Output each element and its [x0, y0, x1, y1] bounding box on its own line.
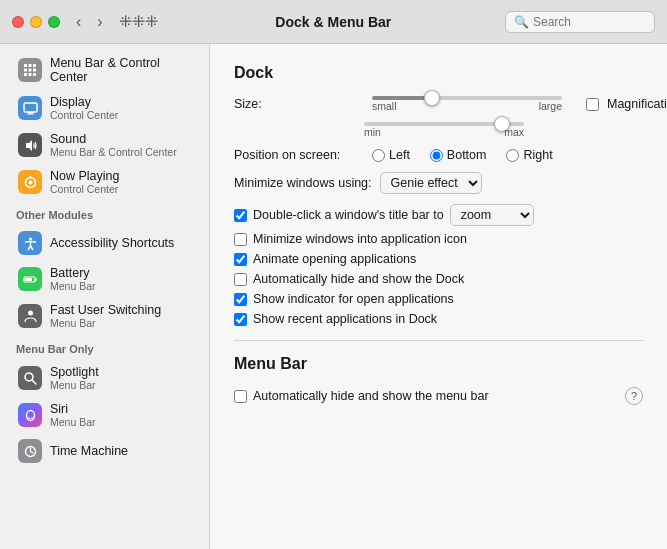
svg-rect-19 — [25, 278, 32, 281]
display-icon — [18, 96, 42, 120]
magnification-label: Magnification: — [607, 97, 667, 111]
sidebar-item-menu-bar-control-center[interactable]: Menu Bar & Control Center — [6, 51, 203, 89]
position-left-label: Left — [389, 148, 410, 162]
minimize-button[interactable] — [30, 16, 42, 28]
panel: Dock Size: small large Magnification: — [210, 44, 667, 549]
sidebar-item-sound[interactable]: Sound Menu Bar & Control Center — [6, 127, 203, 163]
animate-open-checkbox[interactable] — [234, 253, 247, 266]
double-click-row: Double-click a window's title bar to zoo… — [234, 204, 643, 226]
position-right-radio[interactable] — [506, 149, 519, 162]
close-button[interactable] — [12, 16, 24, 28]
sidebar-item-title: Now Playing — [50, 169, 119, 183]
svg-point-16 — [29, 237, 32, 240]
sidebar-item-text: Menu Bar & Control Center — [50, 56, 191, 84]
search-input[interactable] — [533, 15, 646, 29]
sidebar-item-title: Battery — [50, 266, 96, 280]
time-machine-icon — [18, 439, 42, 463]
other-modules-label: Other Modules — [0, 201, 209, 225]
sidebar-item-title: Siri — [50, 402, 96, 416]
svg-rect-6 — [24, 73, 27, 76]
magnification-checkbox[interactable] — [586, 98, 599, 111]
sidebar-item-now-playing[interactable]: Now Playing Control Center — [6, 164, 203, 200]
minimize-to-icon-row: Minimize windows into application icon — [234, 232, 643, 246]
mag-min-label: min — [364, 126, 381, 138]
svg-rect-18 — [35, 278, 37, 280]
search-box[interactable]: 🔍 — [505, 11, 655, 33]
minimize-to-icon-label: Minimize windows into application icon — [253, 232, 467, 246]
double-click-label: Double-click a window's title bar to — [253, 208, 444, 222]
size-large-label: large — [539, 100, 562, 112]
sidebar-item-title: Sound — [50, 132, 177, 146]
svg-rect-1 — [29, 64, 32, 67]
main-content: Menu Bar & Control Center Display Contro… — [0, 44, 667, 549]
minimize-effect-select[interactable]: Genie effect Scale effect — [380, 172, 482, 194]
position-left-option[interactable]: Left — [372, 148, 410, 162]
sidebar-item-subtitle: Control Center — [50, 109, 118, 121]
position-right-label: Right — [523, 148, 552, 162]
sidebar-item-text: Now Playing Control Center — [50, 169, 119, 195]
sidebar-item-battery[interactable]: Battery Menu Bar — [6, 261, 203, 297]
svg-rect-9 — [24, 103, 37, 112]
mag-slider-labels: min max — [364, 126, 524, 138]
mag-slider-wrap: min max — [364, 122, 524, 138]
minimize-row: Minimize windows using: Genie effect Sca… — [234, 172, 643, 194]
forward-button[interactable]: › — [93, 11, 106, 33]
mag-max-label: max — [504, 126, 524, 138]
help-button[interactable]: ? — [625, 387, 643, 405]
sidebar-item-title: Display — [50, 95, 118, 109]
menu-bar-icon — [18, 58, 42, 82]
sidebar-item-siri[interactable]: Siri Menu Bar — [6, 397, 203, 433]
double-click-checkbox[interactable] — [234, 209, 247, 222]
size-label: Size: — [234, 97, 364, 111]
menu-bar-checkbox-wrap: Automatically hide and show the menu bar — [234, 389, 489, 403]
sidebar-item-subtitle: Menu Bar & Control Center — [50, 146, 177, 158]
auto-hide-menu-checkbox[interactable] — [234, 390, 247, 403]
show-recent-row: Show recent applications in Dock — [234, 312, 643, 326]
dock-section-title: Dock — [234, 64, 643, 82]
auto-hide-menu-label: Automatically hide and show the menu bar — [253, 389, 489, 403]
sidebar-item-accessibility[interactable]: Accessibility Shortcuts — [6, 226, 203, 260]
sidebar-item-title: Spotlight — [50, 365, 99, 379]
sound-icon — [18, 133, 42, 157]
auto-hide-dock-checkbox[interactable] — [234, 273, 247, 286]
traffic-lights — [12, 16, 60, 28]
sidebar-item-title: Menu Bar & Control Center — [50, 56, 191, 84]
show-recent-checkbox[interactable] — [234, 313, 247, 326]
size-slider-wrap: small large — [372, 96, 562, 112]
show-indicator-label: Show indicator for open applications — [253, 292, 454, 306]
maximize-button[interactable] — [48, 16, 60, 28]
accessibility-icon — [18, 231, 42, 255]
menu-bar-only-label: Menu Bar Only — [0, 335, 209, 359]
menu-bar-section: Menu Bar Automatically hide and show the… — [234, 355, 643, 405]
grid-view-button[interactable]: ⁜⁜⁜ — [115, 10, 162, 33]
svg-marker-12 — [26, 140, 32, 151]
sidebar-item-text: Sound Menu Bar & Control Center — [50, 132, 177, 158]
size-small-label: small — [372, 100, 397, 112]
back-button[interactable]: ‹ — [72, 11, 85, 33]
show-indicator-checkbox[interactable] — [234, 293, 247, 306]
sidebar-item-time-machine[interactable]: Time Machine — [6, 434, 203, 468]
position-bottom-radio[interactable] — [430, 149, 443, 162]
sidebar-item-fast-user-switching[interactable]: Fast User Switching Menu Bar — [6, 298, 203, 334]
position-bottom-label: Bottom — [447, 148, 487, 162]
minimize-to-icon-checkbox[interactable] — [234, 233, 247, 246]
svg-rect-8 — [33, 73, 36, 76]
position-right-option[interactable]: Right — [506, 148, 552, 162]
show-recent-label: Show recent applications in Dock — [253, 312, 437, 326]
battery-icon — [18, 267, 42, 291]
position-left-radio[interactable] — [372, 149, 385, 162]
double-click-select[interactable]: zoom minimize — [450, 204, 534, 226]
menu-bar-auto-hide-row: Automatically hide and show the menu bar… — [234, 387, 643, 405]
sidebar-item-text: Display Control Center — [50, 95, 118, 121]
sidebar-item-subtitle: Menu Bar — [50, 280, 96, 292]
sidebar-item-title: Accessibility Shortcuts — [50, 236, 174, 250]
divider — [234, 340, 643, 341]
sidebar-item-title: Fast User Switching — [50, 303, 161, 317]
spotlight-icon — [18, 366, 42, 390]
sidebar-item-spotlight[interactable]: Spotlight Menu Bar — [6, 360, 203, 396]
sidebar-item-text: Siri Menu Bar — [50, 402, 96, 428]
search-icon: 🔍 — [514, 15, 529, 29]
svg-point-14 — [28, 180, 32, 184]
position-bottom-option[interactable]: Bottom — [430, 148, 487, 162]
sidebar-item-display[interactable]: Display Control Center — [6, 90, 203, 126]
